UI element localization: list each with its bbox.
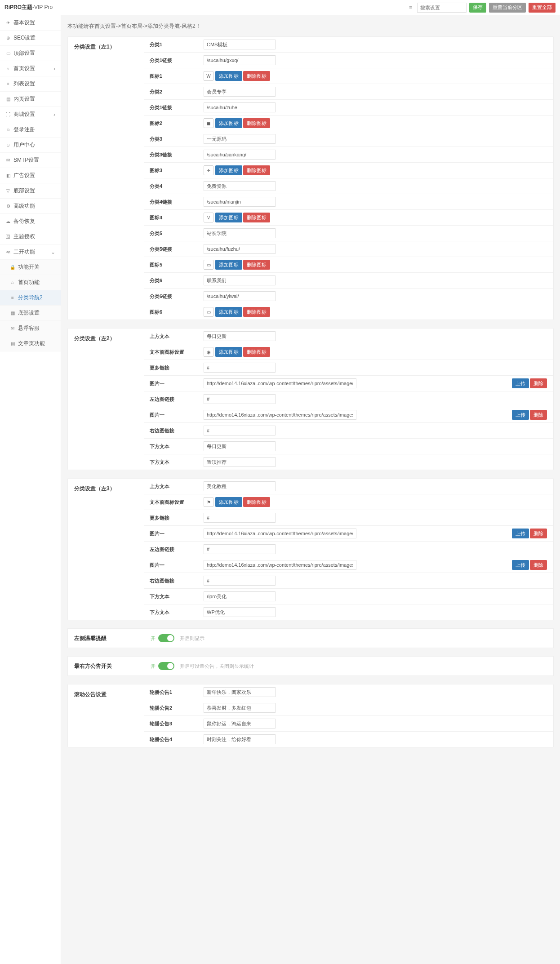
form-row: 图标6▭添加图标删除图标 (144, 304, 553, 320)
sidebar-subitem[interactable]: 🔒功能开关 (0, 260, 61, 275)
save-button[interactable]: 保存 (469, 3, 486, 13)
remove-button[interactable]: 删除 (530, 378, 547, 388)
sidebar-item[interactable]: ▽底部设置 (0, 183, 61, 199)
del-icon-button[interactable]: 删除图标 (243, 497, 270, 507)
sidebar-item[interactable]: ≡列表设置 (0, 76, 61, 92)
sidebar-item[interactable]: ✈基本设置 (0, 15, 61, 31)
sidebar-item[interactable]: ⚙高级功能 (0, 199, 61, 214)
icon-preview: ▭ (204, 307, 213, 317)
text-input[interactable] (204, 275, 276, 285)
sidebar-subitem[interactable]: ✉悬浮客服 (0, 321, 61, 336)
field-label: 图标5 (150, 262, 204, 268)
remove-button[interactable]: 删除 (530, 560, 547, 570)
upload-button[interactable]: 上传 (512, 560, 529, 570)
sidebar-item[interactable]: ▤内页设置 (0, 92, 61, 107)
upload-button[interactable]: 上传 (512, 529, 529, 538)
add-icon-button[interactable]: 添加图标 (215, 71, 242, 81)
sidebar-item[interactable]: ◧广告设置 (0, 168, 61, 183)
text-input[interactable] (204, 87, 276, 97)
toggle-switch[interactable] (158, 662, 174, 670)
sidebar-subitem[interactable]: ≡分类导航2 (0, 290, 61, 306)
sidebar-item[interactable]: ⛶商城设置› (0, 107, 61, 122)
add-icon-button[interactable]: 添加图标 (215, 213, 242, 222)
image-url-input[interactable] (204, 410, 356, 420)
image-url-input[interactable] (204, 378, 356, 388)
del-icon-button[interactable]: 删除图标 (243, 71, 270, 81)
text-input[interactable] (204, 734, 276, 744)
sidebar-item[interactable]: ▭顶部设置 (0, 46, 61, 61)
sidebar-item[interactable]: ⊕SEO设置 (0, 31, 61, 46)
text-input[interactable] (204, 291, 276, 301)
text-input[interactable] (204, 481, 276, 491)
reset-all-button[interactable]: 重置全部 (529, 3, 556, 13)
text-input[interactable] (204, 244, 276, 254)
text-input[interactable] (204, 40, 276, 49)
reset-section-button[interactable]: 重置当前分区 (489, 3, 526, 13)
text-input[interactable] (204, 134, 276, 144)
image-url-input[interactable] (204, 529, 356, 538)
text-input[interactable] (204, 544, 276, 554)
menu-icon[interactable]: ≡ (409, 4, 414, 11)
sidebar-item[interactable]: ✉SMTP设置 (0, 153, 61, 168)
text-input[interactable] (204, 457, 276, 467)
text-input[interactable] (204, 394, 276, 404)
sidebar-subitem[interactable]: ▦底部设置 (0, 306, 61, 321)
field-label: 下方文本 (150, 593, 204, 600)
text-input[interactable] (204, 591, 276, 601)
remove-button[interactable]: 删除 (530, 529, 547, 538)
text-input[interactable] (204, 687, 276, 697)
del-icon-button[interactable]: 删除图标 (243, 347, 270, 357)
list-icon: ≡ (5, 81, 11, 87)
text-input[interactable] (204, 150, 276, 160)
icon-preview: ◉ (204, 347, 213, 357)
text-input[interactable] (204, 55, 276, 65)
upload-button[interactable]: 上传 (512, 378, 529, 388)
sidebar-item[interactable]: ☁备份恢复 (0, 214, 61, 229)
sidebar-label: 底部设置 (13, 187, 35, 195)
text-input[interactable] (204, 102, 276, 112)
text-input[interactable] (204, 331, 276, 341)
search-input[interactable] (417, 3, 467, 13)
sidebar-item[interactable]: ☺用户中心 (0, 138, 61, 153)
add-icon-button[interactable]: 添加图标 (215, 260, 242, 270)
del-icon-button[interactable]: 删除图标 (243, 165, 270, 175)
field-label: 更多链接 (150, 364, 204, 371)
text-input[interactable] (204, 719, 276, 729)
icon-preview: ⚑ (204, 497, 213, 507)
text-input[interactable] (204, 363, 276, 373)
add-icon-button[interactable]: 添加图标 (215, 118, 242, 128)
text-input[interactable] (204, 441, 276, 451)
upload-button[interactable]: 上传 (512, 410, 529, 420)
form-row: 图标3✈添加图标删除图标 (144, 162, 553, 178)
toggle-on-text: 开 (151, 663, 156, 670)
add-icon-button[interactable]: 添加图标 (215, 307, 242, 317)
sidebar-subitem[interactable]: ▤文章页功能 (0, 336, 61, 351)
sidebar-item[interactable]: ☺登录注册 (0, 122, 61, 138)
form-row: 图标2◼添加图标删除图标 (144, 115, 553, 131)
del-icon-button[interactable]: 删除图标 (243, 260, 270, 270)
text-input[interactable] (204, 513, 276, 523)
del-icon-button[interactable]: 删除图标 (243, 213, 270, 222)
text-input[interactable] (204, 576, 276, 586)
toggle-switch[interactable] (158, 634, 174, 642)
form-row: 分类5 (144, 225, 553, 241)
sidebar-subitem[interactable]: ⌂首页功能 (0, 275, 61, 290)
text-input[interactable] (204, 703, 276, 713)
del-icon-button[interactable]: 删除图标 (243, 118, 270, 128)
add-icon-button[interactable]: 添加图标 (215, 165, 242, 175)
sidebar-item[interactable]: ≪二开功能⌄ (0, 244, 61, 260)
remove-button[interactable]: 删除 (530, 410, 547, 420)
text-input[interactable] (204, 228, 276, 238)
page-tip: 本功能请在首页设置->首页布局->添加分类导航-风格2！ (67, 22, 554, 30)
text-input[interactable] (204, 426, 276, 435)
text-input[interactable] (204, 197, 276, 207)
text-input[interactable] (204, 181, 276, 191)
sidebar-label: 首页设置 (13, 65, 35, 72)
sidebar-item[interactable]: ⚿主题授权 (0, 229, 61, 244)
sidebar-item[interactable]: ⌂首页设置› (0, 61, 61, 76)
add-icon-button[interactable]: 添加图标 (215, 347, 242, 357)
add-icon-button[interactable]: 添加图标 (215, 497, 242, 507)
image-url-input[interactable] (204, 560, 356, 570)
text-input[interactable] (204, 607, 276, 617)
del-icon-button[interactable]: 删除图标 (243, 307, 270, 317)
